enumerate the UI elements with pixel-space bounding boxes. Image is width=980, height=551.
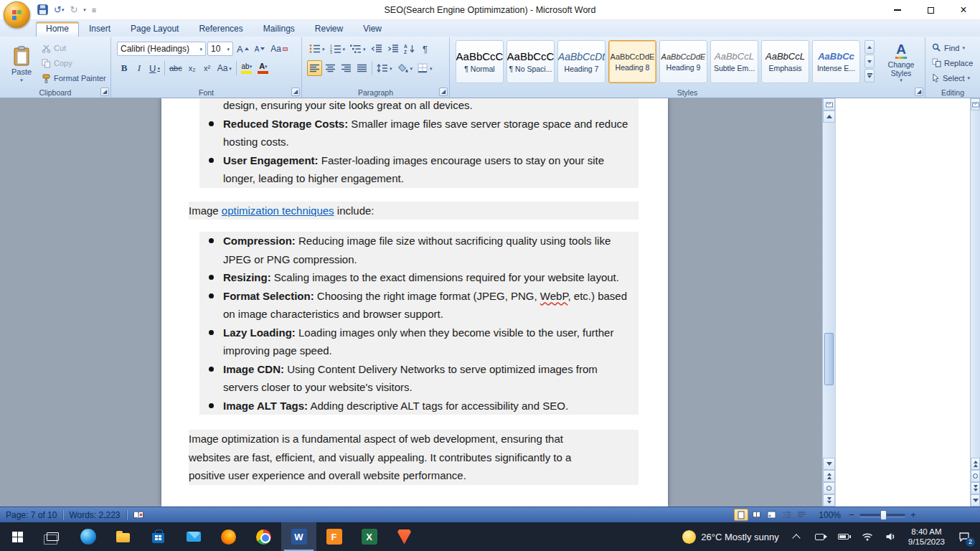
weather-widget[interactable]: 26°C Mostly sunny [682, 530, 779, 544]
outline-view-button[interactable] [779, 509, 793, 521]
taskbar-item-excel[interactable]: X [352, 522, 387, 551]
start-button[interactable] [0, 522, 35, 551]
taskbar-item-chrome[interactable] [246, 522, 281, 551]
qat-customize-button[interactable]: ≡ [92, 4, 96, 16]
tab-home[interactable]: Home [36, 22, 79, 37]
hyperlink-optimization-techniques[interactable]: optimization techniques [222, 204, 334, 217]
scroll-down-icon[interactable] [971, 494, 980, 507]
copy-button[interactable]: Copy [42, 57, 106, 70]
sort-button[interactable]: AZ [402, 41, 418, 57]
justify-button[interactable] [354, 60, 369, 76]
taskbar-item-mail[interactable] [176, 522, 211, 551]
notification-center-button[interactable]: 2 [956, 528, 973, 545]
taskbar-item-edge[interactable] [70, 522, 105, 551]
clipboard-dialog-launcher-icon[interactable]: ◢ [100, 88, 109, 96]
style-heading-9[interactable]: AaBbCcDdEHeading 9 [659, 40, 707, 83]
zoom-in-icon[interactable]: + [908, 509, 918, 520]
scroll-up-icon[interactable] [823, 110, 835, 123]
battery-button[interactable] [837, 530, 850, 543]
show-formatting-marks-button[interactable]: ¶ [418, 41, 433, 57]
next-page-icon[interactable] [823, 494, 835, 507]
select-browse-object-icon[interactable] [823, 482, 835, 494]
underline-button[interactable]: U▾ [147, 60, 162, 76]
tab-insert[interactable]: Insert [79, 22, 121, 37]
tab-review[interactable]: Review [305, 22, 353, 37]
styles-scroll-down-icon[interactable] [864, 55, 875, 68]
cut-button[interactable]: Cut [42, 42, 106, 55]
align-right-button[interactable] [339, 60, 354, 76]
decrease-indent-button[interactable] [369, 41, 385, 57]
scrollbar-thumb[interactable] [824, 333, 834, 385]
numbering-button[interactable]: 123▾ [328, 41, 348, 57]
superscript-button[interactable]: x² [200, 60, 215, 76]
tray-overflow-button[interactable] [790, 530, 803, 543]
align-left-button[interactable] [307, 60, 322, 76]
draft-view-button[interactable] [794, 509, 809, 521]
style-normal[interactable]: AaBbCcC¶ Normal [456, 40, 504, 83]
change-case-button[interactable]: Aa▾ [215, 60, 234, 76]
styles-more-icon[interactable] [864, 69, 875, 83]
taskbar-item-firefox[interactable] [211, 522, 246, 551]
network-button[interactable] [861, 530, 874, 543]
multilevel-list-button[interactable]: ▾ [348, 41, 368, 57]
word-count[interactable]: Words: 2,223 [69, 510, 120, 520]
select-button[interactable]: Select▾ [932, 72, 973, 84]
font-dialog-launcher-icon[interactable]: ◢ [291, 88, 300, 96]
save-button[interactable] [37, 4, 48, 16]
tab-view[interactable]: View [353, 22, 392, 37]
taskbar-item-store[interactable] [141, 522, 176, 551]
undo-button[interactable]: ↺▾ [54, 4, 64, 16]
taskbar-item-file-explorer[interactable] [105, 522, 141, 551]
bold-button[interactable]: B [117, 60, 131, 76]
task-view-button[interactable] [35, 522, 70, 551]
select-browse-object-icon[interactable] [971, 470, 980, 482]
paragraph-dialog-launcher-icon[interactable]: ◢ [439, 88, 448, 96]
office-button[interactable] [4, 1, 30, 28]
style-heading-8[interactable]: AaBbCcDdEHeading 8 [608, 40, 656, 83]
page-indicator[interactable]: Page: 7 of 10 [6, 510, 57, 520]
shrink-font-button[interactable]: A [253, 41, 268, 57]
scroll-down-icon[interactable] [823, 458, 835, 470]
clear-formatting-button[interactable]: Aa [268, 41, 290, 57]
find-button[interactable]: Find▾ [932, 42, 973, 54]
style-emphasis[interactable]: AaBbCcLEmphasis [761, 40, 809, 83]
document-page[interactable]: design, ensuring your site looks great o… [161, 98, 668, 507]
proofing-error-button[interactable] [133, 511, 144, 519]
replace-button[interactable]: Replace [932, 57, 973, 69]
clock[interactable]: 8:40 AM 9/15/2023 [908, 527, 945, 547]
grow-font-button[interactable]: A [235, 41, 251, 57]
tab-references[interactable]: References [189, 22, 253, 37]
zoom-slider[interactable] [859, 514, 905, 517]
zoom-out-icon[interactable]: − [847, 509, 857, 520]
meet-now-button[interactable] [814, 530, 826, 543]
window-scrollbar[interactable] [970, 98, 980, 507]
previous-page-icon[interactable] [823, 470, 835, 482]
styles-dialog-launcher-icon[interactable]: ◢ [915, 88, 923, 96]
taskbar-item-brave[interactable] [387, 522, 422, 551]
taskbar-item-word[interactable]: W [281, 522, 316, 551]
line-spacing-button[interactable]: ▾ [374, 60, 395, 76]
ruler-toggle-icon[interactable] [971, 98, 980, 110]
next-page-icon[interactable] [971, 482, 980, 494]
document-scrollbar[interactable] [822, 98, 835, 507]
ruler-toggle-icon[interactable] [823, 98, 835, 110]
format-painter-button[interactable]: Format Painter [42, 72, 106, 85]
font-size-combobox[interactable]: 10▾ [207, 42, 233, 56]
text-highlight-button[interactable]: ab▾ [239, 60, 255, 76]
print-layout-view-button[interactable] [734, 509, 748, 521]
close-button[interactable]: × [947, 0, 980, 20]
style-intense-emphasis[interactable]: AaBbCcIntense E... [812, 40, 860, 83]
full-screen-reading-button[interactable] [749, 509, 763, 521]
volume-button[interactable] [885, 530, 897, 543]
bullets-button[interactable]: ▾ [307, 41, 327, 57]
maximize-button[interactable] [914, 0, 947, 20]
style-subtle-emphasis[interactable]: AaBbCcLSubtle Em... [710, 40, 758, 83]
styles-scroll-up-icon[interactable] [864, 40, 875, 54]
shading-button[interactable]: ▾ [395, 60, 415, 76]
zoom-level[interactable]: 100% [819, 510, 841, 520]
style-no-spacing[interactable]: AaBbCcC¶ No Spaci... [507, 40, 555, 83]
strikethrough-button[interactable]: abc [167, 60, 184, 76]
redo-button[interactable]: ↻ [70, 4, 77, 16]
zoom-slider-thumb[interactable] [880, 510, 887, 520]
web-layout-view-button[interactable] [764, 509, 778, 521]
